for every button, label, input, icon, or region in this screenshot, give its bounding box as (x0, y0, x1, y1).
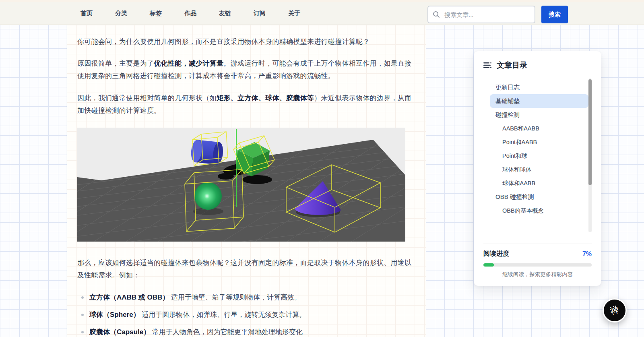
nav-item-categories[interactable]: 分类 (115, 10, 127, 17)
article-image-3d-collision-scene (77, 128, 405, 242)
list-item-cube: 立方体（AABB 或 OBB） 适用于墙壁、箱子等规则物体，计算高效。 (77, 291, 415, 304)
bold-segment: 立方体（AABB 或 OBB） (89, 294, 169, 301)
paragraph-performance: 原因很简单，主要是为了优化性能，减少计算量。游戏运行时，可能会有成千上万个物体相… (77, 57, 415, 82)
toc-list: 更新日志 基础铺垫 碰撞检测 AABB和AABB Point和AABB Poin… (483, 81, 592, 217)
article-column: 你可能会问，为什么要使用几何图形，而不是直接采用物体本身的精确模型来进行碰撞计算… (67, 25, 426, 337)
toc-item-point-sphere[interactable]: Point和球 (490, 149, 588, 163)
toc-item-basics-active[interactable]: 基础铺垫 (490, 94, 588, 108)
bullet-icon (81, 296, 84, 299)
toc-scrollbar-thumb[interactable] (588, 79, 592, 185)
bold-segment: 矩形、立方体、球体、胶囊体等 (217, 94, 314, 102)
bullet-icon (81, 331, 84, 333)
toc-item-obb-concept[interactable]: OBB的基本概念 (490, 204, 588, 217)
reading-hint: 继续阅读，探索更多精彩内容 (483, 271, 592, 278)
list-item-capsule: 胶囊体（Capsule） 常用于人物角色，因为它能更平滑地处理地形变化 (77, 326, 415, 337)
toc-title: 文章目录 (497, 60, 527, 70)
nav-item-friends[interactable]: 友链 (219, 10, 231, 17)
nav-item-about[interactable]: 关于 (288, 10, 300, 17)
nav-item-tags[interactable]: 标签 (150, 10, 162, 17)
zen-character: 禅 (609, 303, 621, 317)
text-segment: 常用于人物角色，因为它能更平滑地处理地形变化 (150, 328, 303, 336)
toc-item-sphere-aabb[interactable]: 球体和AABB (490, 176, 588, 190)
toc-item-sphere-sphere[interactable]: 球体和球体 (490, 163, 588, 176)
list-icon (483, 62, 491, 68)
text-segment: 因此，我们通常使用相对简单的几何形状（如 (77, 94, 217, 102)
divider (483, 244, 592, 244)
paragraph-simple-shapes: 因此，我们通常使用相对简单的几何形状（如矩形、立方体、球体、胶囊体等）来近似表示… (77, 92, 415, 117)
reading-progress-label: 阅读进度 (483, 250, 509, 258)
paragraph-why-geometry: 你可能会问，为什么要使用几何图形，而不是直接采用物体本身的精确模型来进行碰撞计算… (77, 35, 415, 48)
toc-header: 文章目录 (483, 60, 592, 70)
text-segment: 原因很简单，主要是为了 (77, 60, 154, 67)
text-segment: 适用于圆形物体，如弹珠、行星，旋转无须复杂计算。 (140, 311, 306, 318)
toc-scrollbar-track[interactable] (588, 79, 592, 232)
search-button[interactable]: 搜索 (541, 6, 568, 23)
search-icon (433, 11, 440, 18)
bold-segment: 胶囊体（Capsule） (89, 328, 150, 336)
toc-card: 文章目录 更新日志 基础铺垫 碰撞检测 AABB和AABB Point和AABB… (474, 51, 601, 286)
nav-item-works[interactable]: 作品 (184, 10, 196, 17)
bullet-icon (81, 314, 84, 316)
nav-item-home[interactable]: 首页 (80, 10, 93, 17)
paragraph-how-to-choose: 那么，应该如何选择适当的碰撞体来包裹物体呢？这并没有固定的标准，而是取决于物体本… (77, 256, 415, 281)
zen-floating-button[interactable]: 禅 (603, 298, 627, 323)
search-area: 搜索 (427, 6, 568, 23)
toc-item-point-aabb[interactable]: Point和AABB (490, 135, 588, 149)
progress-bar-track (483, 263, 592, 267)
progress-fill (483, 263, 494, 267)
search-input[interactable] (427, 6, 535, 23)
bold-segment: 球体（Sphere） (89, 311, 140, 318)
toc-item-obb[interactable]: OBB 碰撞检测 (490, 190, 588, 204)
toc-item-changelog[interactable]: 更新日志 (490, 81, 588, 94)
green-sphere (194, 182, 222, 210)
top-navbar: 首页 分类 标签 作品 友链 订阅 关于 搜索 (0, 0, 644, 25)
text-segment: 适用于墙壁、箱子等规则物体，计算高效。 (169, 294, 301, 301)
nav-item-subscribe[interactable]: 订阅 (254, 10, 266, 17)
reading-progress-percent: 7% (582, 250, 592, 258)
nav-menu: 首页 分类 标签 作品 友链 订阅 关于 (80, 10, 300, 17)
3d-scene-svg (77, 128, 405, 242)
collider-type-list: 立方体（AABB 或 OBB） 适用于墙壁、箱子等规则物体，计算高效。 球体（S… (77, 291, 415, 337)
toc-footer: 阅读进度 7% 继续阅读，探索更多精彩内容 (483, 244, 592, 278)
toc-item-collision[interactable]: 碰撞检测 (490, 108, 588, 122)
bold-segment: 优化性能，减少计算量 (154, 60, 223, 67)
toc-item-aabb-aabb[interactable]: AABB和AABB (490, 122, 588, 135)
list-item-sphere: 球体（Sphere） 适用于圆形物体，如弹珠、行星，旋转无须复杂计算。 (77, 308, 415, 321)
